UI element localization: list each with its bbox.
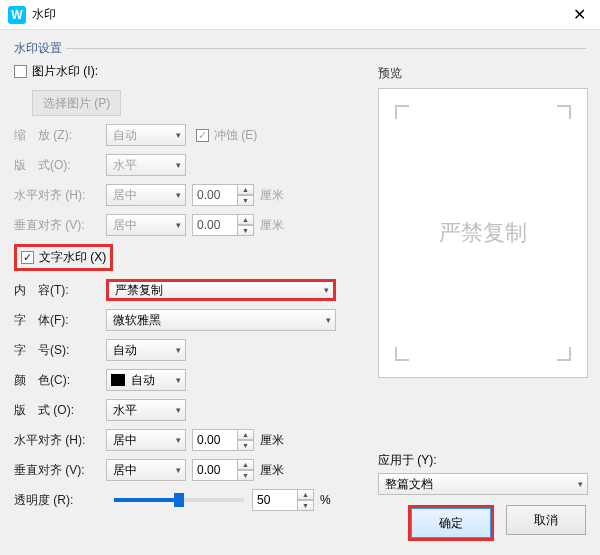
ok-button[interactable]: 确定 [411,508,491,538]
txt-layout-value: 水平 [113,402,137,419]
crop-mark-icon [395,347,409,361]
chevron-down-icon: ▾ [578,479,583,489]
txt-valign-spinner[interactable]: ▲▼ [192,459,254,481]
preview-watermark: 严禁复制 [439,218,527,248]
spin-down-icon[interactable]: ▼ [238,440,254,451]
apply-label: 应用于 (Y): [378,452,588,469]
color-value: 自动 [131,372,155,389]
erode-label: 冲蚀 (E) [214,127,257,144]
spin-up-icon[interactable]: ▲ [238,429,254,440]
chevron-down-icon: ▾ [176,130,181,140]
app-icon: W [8,6,26,24]
txt-valign-value: 居中 [113,462,137,479]
ok-highlight: 确定 [408,505,494,541]
chevron-down-icon: ▾ [176,435,181,445]
content-select[interactable]: 严禁复制 ▾ [106,279,336,301]
font-value: 微软雅黑 [113,312,161,329]
pct-label: % [320,493,331,507]
font-select[interactable]: 微软雅黑 ▾ [106,309,336,331]
spin-up-icon[interactable]: ▲ [238,459,254,470]
img-halign-spinner: ▲▼ [192,184,254,206]
preview-label: 预览 [378,65,588,82]
img-valign-value: 居中 [113,217,137,234]
txt-halign-select[interactable]: 居中 ▾ [106,429,186,451]
titlebar: W 水印 ✕ [0,0,600,30]
spin-up-icon: ▲ [238,184,254,195]
txt-valign-label: 垂直对齐 (V): [14,462,106,479]
chevron-down-icon: ▾ [326,315,331,325]
spin-up-icon[interactable]: ▲ [298,489,314,500]
img-layout-value: 水平 [113,157,137,174]
chevron-down-icon: ▾ [176,345,181,355]
text-wm-highlight: 文字水印 (X) [14,244,113,271]
slider-thumb[interactable] [174,493,184,507]
size-value: 自动 [113,342,137,359]
apply-select[interactable]: 整篇文档 ▾ [378,473,588,495]
img-halign-value: 居中 [113,187,137,204]
image-wm-checkbox[interactable] [14,65,27,78]
group-divider [66,48,586,49]
slider-fill [114,498,179,502]
txt-valign-input[interactable] [192,459,238,481]
font-label: 字 体(F): [14,312,106,329]
image-wm-label: 图片水印 (I): [32,63,98,80]
chevron-down-icon: ▾ [176,220,181,230]
erode-checkbox [196,129,209,142]
txt-layout-select[interactable]: 水平 ▾ [106,399,186,421]
opacity-input[interactable] [252,489,298,511]
unit-label: 厘米 [260,217,284,234]
spin-down-icon[interactable]: ▼ [238,470,254,481]
crop-mark-icon [395,105,409,119]
spin-down-icon: ▼ [238,225,254,236]
txt-halign-spinner[interactable]: ▲▼ [192,429,254,451]
window-title: 水印 [32,6,567,23]
opacity-spinner[interactable]: ▲▼ [252,489,314,511]
content-value: 严禁复制 [115,282,163,299]
chevron-down-icon: ▾ [176,465,181,475]
txt-valign-select[interactable]: 居中 ▾ [106,459,186,481]
chevron-down-icon: ▾ [324,285,329,295]
text-wm-label: 文字水印 (X) [39,249,106,266]
img-valign-select: 居中 ▾ [106,214,186,236]
zoom-label: 缩 放 (Z): [14,127,106,144]
spin-down-icon[interactable]: ▼ [298,500,314,511]
chevron-down-icon: ▾ [176,160,181,170]
txt-halign-label: 水平对齐 (H): [14,432,106,449]
opacity-slider[interactable] [114,498,244,502]
close-icon[interactable]: ✕ [567,5,592,24]
img-halign-input [192,184,238,206]
select-picture-button: 选择图片 (P) [32,90,121,116]
zoom-value: 自动 [113,127,137,144]
spin-up-icon: ▲ [238,214,254,225]
unit-label: 厘米 [260,187,284,204]
txt-layout-label: 版 式 (O): [14,402,106,419]
img-valign-input [192,214,238,236]
unit-label: 厘米 [260,462,284,479]
zoom-select: 自动 ▾ [106,124,186,146]
img-valign-label: 垂直对齐 (V): [14,217,106,234]
img-halign-select: 居中 ▾ [106,184,186,206]
text-wm-checkbox[interactable] [21,251,34,264]
size-label: 字 号(S): [14,342,106,359]
preview-box: 严禁复制 [378,88,588,378]
apply-section: 应用于 (Y): 整篇文档 ▾ [378,452,588,495]
preview-section: 预览 严禁复制 [378,65,588,378]
crop-mark-icon [557,105,571,119]
unit-label: 厘米 [260,432,284,449]
spin-down-icon: ▼ [238,195,254,206]
color-swatch [111,374,125,386]
color-label: 颜 色(C): [14,372,106,389]
img-layout-label: 版 式(O): [14,157,106,174]
color-select[interactable]: 自动 ▾ [106,369,186,391]
img-layout-select: 水平 ▾ [106,154,186,176]
apply-value: 整篇文档 [385,476,433,493]
content-label: 内 容(T): [14,282,106,299]
cancel-button[interactable]: 取消 [506,505,586,535]
size-select[interactable]: 自动 ▾ [106,339,186,361]
img-halign-label: 水平对齐 (H): [14,187,106,204]
chevron-down-icon: ▾ [176,405,181,415]
group-label: 水印设置 [14,40,62,57]
chevron-down-icon: ▾ [176,190,181,200]
txt-halign-input[interactable] [192,429,238,451]
opacity-label: 透明度 (R): [14,492,106,509]
